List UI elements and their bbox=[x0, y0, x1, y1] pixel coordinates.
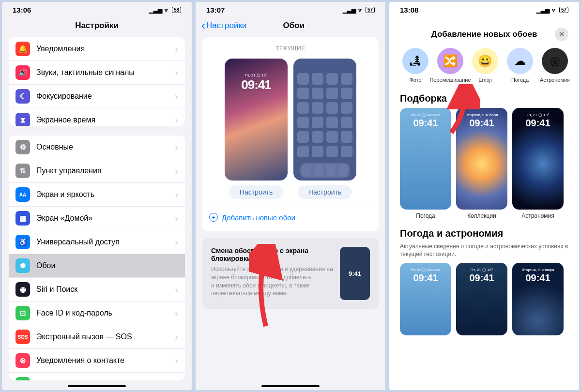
lock-date: Пт, 21 ▢ 13° bbox=[225, 73, 288, 77]
status-bar: 13:06 ▁▃▅ ᯤ 58 bbox=[2, 2, 192, 16]
settings-row-уведомления-о-контакте[interactable]: ⊛Уведомления о контакте› bbox=[9, 349, 185, 373]
lock-screen-preview[interactable]: Пт, 21 ▢ 13° 09:41 bbox=[225, 59, 288, 181]
add-wallpaper-button[interactable]: + Добавить новые обои bbox=[207, 206, 374, 224]
settings-row-экстренный-вызов-sos[interactable]: SOSЭкстренный вызов — SOS› bbox=[9, 325, 185, 349]
category-label: Emoji bbox=[478, 77, 492, 83]
signal-icon: ▁▃▅ bbox=[536, 7, 550, 14]
settings-row-звуки-тактильные-сигналы[interactable]: 🔊Звуки, тактильные сигналы› bbox=[9, 61, 185, 85]
settings-row-siri-и-поиск[interactable]: ◉Siri и Поиск› bbox=[9, 278, 185, 302]
chevron-right-icon: › bbox=[175, 260, 178, 271]
thumb-time: 09:41 bbox=[456, 272, 507, 284]
dots-icon: ⊛ bbox=[15, 353, 30, 368]
section-podborka-thumbs[interactable]: Пт, 21 ▢ Москва09:41ПогодаВторник, 9 янв… bbox=[393, 108, 575, 223]
home-indicator[interactable] bbox=[68, 385, 126, 387]
siri-icon: ◉ bbox=[15, 282, 30, 297]
wallpaper-preview: Пт, 21 ▢ 13°09:41 bbox=[456, 263, 507, 335]
category-label: Перемешивание bbox=[429, 77, 471, 83]
category-row[interactable]: 🏞Фото🔀Перемешивание😀Emoji☁Погода◎Астроно… bbox=[393, 48, 575, 88]
category-Фото[interactable]: 🏞Фото bbox=[400, 48, 431, 83]
category-Перемешивание[interactable]: 🔀Перемешивание bbox=[435, 48, 466, 83]
wallpaper-thumb[interactable]: Пт, 21 ▢ 13°09:41Астрономия bbox=[512, 108, 564, 219]
status-icons: ▁▃▅ ᯤ 57 bbox=[343, 7, 375, 14]
wallpaper-thumb[interactable]: Вторник, 9 января09:41Коллекции bbox=[456, 108, 507, 219]
wallpaper-thumb[interactable]: Вторник, 9 января09:41 bbox=[512, 263, 564, 335]
section-weather-thumbs[interactable]: Пт, 21 ▢ Москва09:41Пт, 21 ▢ 13°09:41Вто… bbox=[393, 263, 575, 339]
signal-icon: ▁▃▅ bbox=[343, 7, 356, 14]
phone-settings: 13:06 ▁▃▅ ᯤ 58 Настройки 🔔Уведомления›🔊З… bbox=[2, 2, 192, 390]
category-label: Астрономия bbox=[540, 77, 570, 83]
row-label: Экран «Домой» bbox=[36, 214, 175, 223]
settings-row-аккумулятор[interactable]: ▮Аккумулятор› bbox=[9, 373, 185, 380]
home-indicator[interactable] bbox=[261, 385, 320, 387]
row-label: Звуки, тактильные сигналы bbox=[36, 68, 175, 77]
close-button[interactable]: ✕ bbox=[555, 28, 568, 41]
settings-row-face-id-и-код-пароль[interactable]: ⊡Face ID и код-пароль› bbox=[9, 302, 185, 325]
thumb-label: Погода bbox=[416, 212, 435, 219]
settings-row-основные[interactable]: ⚙Основные› bbox=[9, 136, 185, 159]
thumb-time: 09:41 bbox=[456, 118, 507, 129]
page-title: Настройки bbox=[2, 16, 192, 37]
status-bar: 13:07 ▁▃▅ ᯤ 57 bbox=[196, 2, 385, 16]
thumb-date: Вторник, 9 января bbox=[456, 113, 507, 117]
nav-title: Обои bbox=[208, 21, 380, 30]
chevron-right-icon: › bbox=[175, 189, 178, 200]
settings-row-экран-и-яркость[interactable]: AAЭкран и яркость› bbox=[9, 183, 185, 207]
wallpaper-thumb[interactable]: Пт, 21 ▢ Москва09:41Погода bbox=[400, 108, 451, 219]
chevron-left-icon: ‹ bbox=[201, 19, 205, 32]
settings-row-экранное-время[interactable]: ⧗Экранное время› bbox=[9, 108, 185, 126]
settings-row-фокусирование[interactable]: ☾Фокусирование› bbox=[9, 85, 185, 108]
row-label: Аккумулятор bbox=[36, 380, 175, 380]
wallpaper-preview: Вторник, 9 января09:41 bbox=[512, 263, 564, 335]
status-icons: ▁▃▅ ᯤ 58 bbox=[149, 7, 181, 14]
section-weather-title: Погода и астрономия bbox=[393, 223, 575, 243]
customize-lock-button[interactable]: Настроить bbox=[229, 185, 283, 199]
AA-icon: AA bbox=[15, 187, 30, 202]
speaker-icon: 🔊 bbox=[15, 65, 30, 80]
settings-row-обои[interactable]: ❃Обои› bbox=[9, 254, 185, 278]
wallpaper-thumb[interactable]: Пт, 21 ▢ 13°09:41 bbox=[456, 263, 507, 335]
grid-icon: ▦ bbox=[15, 211, 30, 226]
status-icons: ▁▃▅ ᯤ 57 bbox=[536, 7, 568, 14]
sheet-title: Добавление новых обоев bbox=[413, 30, 555, 39]
wifi-icon: ᯤ bbox=[164, 7, 170, 14]
current-label: ТЕКУЩИЕ bbox=[207, 45, 374, 52]
add-wallpaper-label: Добавить новые обои bbox=[222, 213, 295, 222]
status-time: 13:07 bbox=[206, 6, 225, 14]
settings-row-универсальный-доступ[interactable]: ♿Универсальный доступ› bbox=[9, 230, 185, 254]
bell-icon: 🔔 bbox=[15, 42, 30, 56]
lock-clock: 09:41 bbox=[225, 77, 288, 92]
wifi-icon: ᯤ bbox=[551, 7, 557, 14]
category-label: Погода bbox=[511, 77, 529, 83]
row-label: Основные bbox=[36, 143, 175, 151]
section-podborka-title: Подборка bbox=[393, 88, 575, 108]
settings-row-уведомления[interactable]: 🔔Уведомления› bbox=[9, 37, 185, 61]
wallpaper-thumb[interactable]: Пт, 21 ▢ Москва09:41 bbox=[400, 263, 451, 335]
chevron-right-icon: › bbox=[175, 355, 178, 366]
category-Астрономия[interactable]: ◎Астрономия bbox=[539, 48, 570, 83]
row-label: Фокусирование bbox=[36, 92, 175, 101]
row-label: Siri и Поиск bbox=[36, 285, 175, 294]
chevron-right-icon: › bbox=[175, 166, 178, 177]
settings-row-пункт-управления[interactable]: ⇅Пункт управления› bbox=[9, 159, 185, 183]
plus-circle-icon: + bbox=[209, 213, 218, 222]
signal-icon: ▁▃▅ bbox=[149, 7, 162, 14]
faceid-icon: ⊡ bbox=[15, 306, 30, 320]
settings-row-экран-домой-[interactable]: ▦Экран «Домой»› bbox=[9, 207, 185, 230]
switches-icon: ⇅ bbox=[15, 164, 30, 178]
wifi-icon: ᯤ bbox=[358, 7, 364, 14]
battery-level: 58 bbox=[172, 7, 181, 13]
moon-icon: ☾ bbox=[15, 89, 30, 104]
chevron-right-icon: › bbox=[175, 213, 178, 224]
row-label: Экстренный вызов — SOS bbox=[36, 332, 175, 341]
phone-wallpaper: 13:07 ▁▃▅ ᯤ 57 ‹ Настройки Обои ТЕКУЩИЕ … bbox=[196, 2, 385, 390]
category-Погода[interactable]: ☁Погода bbox=[505, 48, 535, 83]
chevron-right-icon: › bbox=[175, 308, 178, 319]
add-wallpaper-sheet: Добавление новых обоев ✕ 🏞Фото🔀Перемешив… bbox=[393, 21, 575, 390]
flower-icon: ❃ bbox=[15, 258, 30, 273]
gear-icon: ⚙ bbox=[15, 140, 30, 154]
person-icon: ♿ bbox=[15, 235, 30, 249]
home-screen-preview[interactable] bbox=[293, 59, 356, 181]
category-icon: 😀 bbox=[472, 48, 498, 74]
category-Emoji[interactable]: 😀Emoji bbox=[470, 48, 501, 83]
customize-home-button[interactable]: Настроить bbox=[298, 185, 352, 199]
